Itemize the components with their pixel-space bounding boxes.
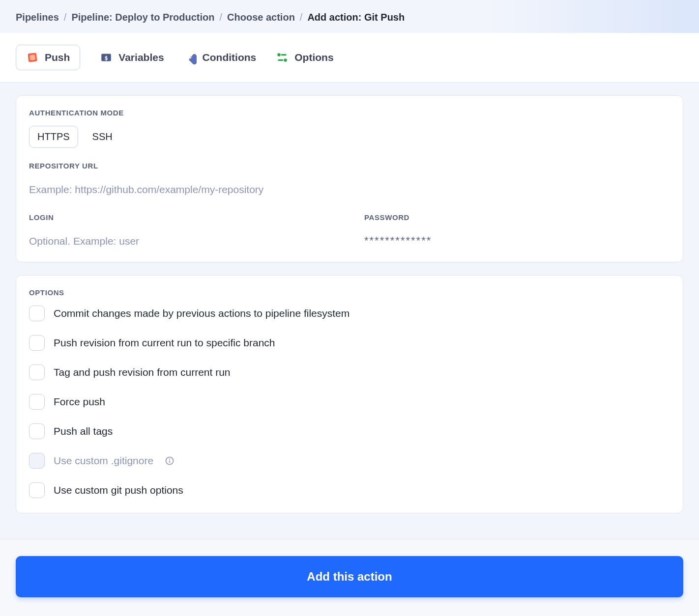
option-label: Force push: [54, 396, 105, 408]
option-commit-changes[interactable]: Commit changes made by previous actions …: [29, 306, 670, 321]
svg-rect-7: [281, 54, 287, 56]
option-force-push[interactable]: Force push: [29, 394, 670, 410]
auth-mode-https[interactable]: HTTPS: [29, 126, 78, 148]
variables-icon: $: [100, 51, 113, 64]
option-custom-gitignore: Use custom .gitignore: [29, 453, 670, 469]
footer-bar: Add this action: [0, 539, 699, 616]
tab-push[interactable]: Push: [16, 45, 80, 70]
info-icon[interactable]: [164, 455, 175, 466]
svg-text:IF: IF: [188, 55, 192, 60]
login-input[interactable]: Optional. Example: user: [29, 230, 335, 247]
tab-label: Push: [45, 52, 70, 63]
options-panel: Options Commit changes made by previous …: [16, 275, 683, 513]
push-icon: [26, 51, 39, 64]
breadcrumb-bar: Pipelines / Pipeline: Deploy to Producti…: [0, 0, 699, 33]
tab-conditions[interactable]: IF Conditions: [184, 51, 257, 64]
checkbox[interactable]: [29, 423, 45, 439]
repo-url-input[interactable]: Example: https://github.com/example/my-r…: [29, 179, 670, 196]
option-push-revision-branch[interactable]: Push revision from current run to specif…: [29, 335, 670, 351]
option-label: Push revision from current run to specif…: [54, 337, 275, 349]
password-input[interactable]: *************: [364, 230, 670, 247]
svg-point-6: [277, 53, 281, 56]
breadcrumb: Pipelines / Pipeline: Deploy to Producti…: [16, 12, 683, 23]
tab-options[interactable]: Options: [276, 51, 333, 64]
svg-rect-12: [169, 460, 170, 463]
checkbox: [29, 453, 45, 469]
checkbox[interactable]: [29, 394, 45, 410]
auth-mode-ssh[interactable]: SSH: [84, 126, 121, 148]
add-action-button[interactable]: Add this action: [16, 556, 683, 597]
svg-point-8: [284, 58, 287, 62]
content-area: Authentication mode HTTPS SSH Repository…: [0, 83, 699, 539]
options-icon: [276, 51, 289, 64]
svg-text:$: $: [105, 55, 108, 61]
breadcrumb-link-choose-action[interactable]: Choose action: [227, 12, 295, 23]
option-label: Push all tags: [54, 425, 113, 437]
option-label: Use custom .gitignore: [54, 455, 153, 467]
authentication-panel: Authentication mode HTTPS SSH Repository…: [16, 95, 683, 262]
breadcrumb-separator: /: [220, 12, 223, 23]
repo-url-label: Repository URL: [29, 162, 670, 170]
checkbox[interactable]: [29, 335, 45, 351]
breadcrumb-link-pipelines[interactable]: Pipelines: [16, 12, 59, 23]
svg-rect-1: [29, 55, 35, 60]
checkbox[interactable]: [29, 482, 45, 498]
tab-variables[interactable]: $ Variables: [100, 51, 164, 64]
option-label: Use custom git push options: [54, 484, 183, 496]
tab-label: Options: [294, 52, 333, 63]
svg-rect-9: [278, 59, 284, 61]
option-label: Commit changes made by previous actions …: [54, 308, 350, 319]
login-label: Login: [29, 213, 335, 222]
option-custom-push-options[interactable]: Use custom git push options: [29, 482, 670, 498]
breadcrumb-link-pipeline[interactable]: Pipeline: Deploy to Production: [71, 12, 214, 23]
auth-mode-segmented: HTTPS SSH: [29, 126, 121, 148]
svg-point-11: [169, 459, 170, 460]
options-section-label: Options: [29, 288, 670, 297]
options-list: Commit changes made by previous actions …: [29, 306, 670, 498]
tab-label: Conditions: [203, 52, 257, 63]
breadcrumb-current: Add action: Git Push: [307, 12, 405, 23]
option-tag-and-push[interactable]: Tag and push revision from current run: [29, 364, 670, 380]
option-label: Tag and push revision from current run: [54, 366, 231, 378]
password-label: Password: [364, 213, 670, 222]
option-push-all-tags[interactable]: Push all tags: [29, 423, 670, 439]
auth-mode-label: Authentication mode: [29, 109, 670, 117]
conditions-icon: IF: [184, 51, 197, 64]
checkbox[interactable]: [29, 306, 45, 321]
checkbox[interactable]: [29, 364, 45, 380]
tab-label: Variables: [118, 52, 164, 63]
breadcrumb-separator: /: [300, 12, 303, 23]
breadcrumb-separator: /: [64, 12, 67, 23]
tabs-bar: Push $ Variables IF Conditions Options: [0, 33, 699, 83]
